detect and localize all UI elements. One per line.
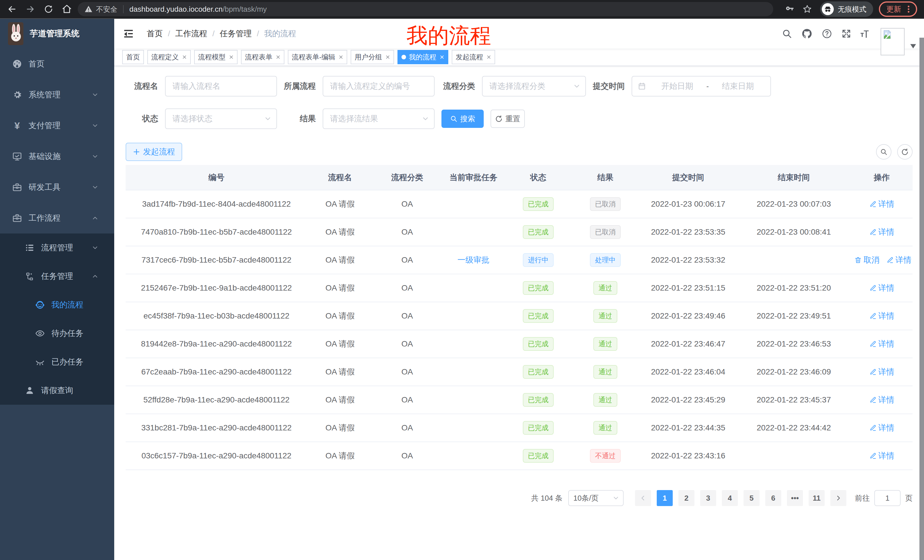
robot-icon [35,300,45,310]
detail-link[interactable]: 详情 [869,227,894,238]
browser-back-button[interactable] [7,4,17,14]
close-icon[interactable] [440,55,444,59]
filter-status-select[interactable]: 请选择状态 [165,108,277,129]
browser-menu-icon[interactable] [904,4,913,14]
tab-home[interactable]: 首页 [122,50,144,64]
browser-reload-button[interactable] [44,4,54,14]
filter-name-input[interactable]: 请输入流程名 [165,76,277,96]
sidebar-item-system[interactable]: 系统管理 [0,79,114,110]
active-dot [402,55,406,59]
detail-link[interactable]: 详情 [869,199,894,210]
sidebar-item-devtool[interactable]: 研发工具 [0,172,114,203]
password-key-icon[interactable] [784,4,794,14]
detail-link[interactable]: 详情 [869,422,894,433]
tab-process-def[interactable]: 流程定义 [147,50,191,64]
cancel-link[interactable]: 取消 [854,255,879,265]
page-button-5[interactable]: 5 [744,490,759,506]
logo[interactable]: 芋道管理系统 [0,19,114,48]
cell-id: 2152467e-7b9b-11ec-9a1b-acde48001122 [126,274,307,302]
tab-process-model[interactable]: 流程模型 [194,50,238,64]
detail-link[interactable]: 详情 [869,394,894,405]
browser-home-button[interactable] [62,4,72,14]
page-button-4[interactable]: 4 [722,490,738,506]
sidebar-item-infra[interactable]: 基础设施 [0,141,114,172]
page-button-1[interactable]: 1 [657,490,673,506]
browser-update-button[interactable]: 更新 [879,1,917,17]
close-icon[interactable] [386,55,390,59]
filter-date-range[interactable]: 开始日期 - 结束日期 [632,76,771,96]
goto-page-input[interactable]: 1 [874,490,901,506]
tab-my-process[interactable]: 我的流程 [398,50,448,64]
status-badge: 已完成 [523,197,554,211]
address-bar[interactable]: 不安全 dashboard.yudao.iocoder.cn/bpm/task/… [78,2,773,16]
cell-status: 已完成 [506,330,571,358]
help-icon[interactable] [822,28,832,39]
page-button-11[interactable]: 11 [808,490,825,506]
avatar[interactable] [880,28,904,55]
page-size-select[interactable]: 10条/页 [568,490,624,506]
detail-link[interactable]: 详情 [869,451,894,461]
close-icon[interactable] [276,55,280,59]
avatar-dropdown-icon[interactable] [910,44,916,48]
next-page-button[interactable] [830,490,846,506]
monitor-icon [12,151,22,162]
fullscreen-icon[interactable] [841,28,852,39]
tab-user-group[interactable]: 用户分组 [351,50,394,64]
sidebar-item-payment[interactable]: ¥支付管理 [0,110,114,141]
close-icon[interactable] [339,55,343,59]
tab-start-process[interactable]: 发起流程 [452,50,495,64]
not-secure-icon[interactable] [84,5,93,13]
task-link[interactable]: 一级审批 [458,255,489,265]
sidebar-item-task-manage[interactable]: 任务管理 [0,262,114,290]
close-icon[interactable] [182,55,187,59]
detail-link[interactable]: 详情 [869,310,894,321]
breadcrumb-item[interactable]: 首页 [147,28,163,39]
detail-link[interactable]: 详情 [869,283,894,293]
close-icon[interactable] [486,55,491,59]
create-process-button[interactable]: 发起流程 [126,143,182,161]
detail-link[interactable]: 详情 [869,367,894,377]
refresh-table-button[interactable] [897,144,913,160]
sidebar-item-home[interactable]: 首页 [0,48,114,79]
breadcrumb-item[interactable]: 工作流程 [176,28,207,39]
breadcrumb: 首页/工作流程/任务管理/我的流程 [147,28,296,39]
column-header: 流程名 [307,165,373,190]
search-button[interactable]: 搜索 [441,109,484,128]
sidebar-item-leave-query[interactable]: 请假查询 [0,376,114,405]
table-row: 819442e8-7b9a-11ec-a290-acde48001122 OA … [126,330,913,358]
tab-process-form-edit[interactable]: 流程表单-编辑 [288,50,347,64]
window-scrollbar[interactable] [920,38,924,560]
table-header-row: 编号流程名流程分类当前审批任务状态结果提交时间结束时间操作 [126,165,913,190]
filter-category-select[interactable]: 请选择流程分类 [482,76,586,96]
browser-forward-button[interactable] [25,4,35,14]
close-icon[interactable] [229,55,234,59]
filter-def-input[interactable]: 请输入流程定义的编号 [322,76,435,96]
sidebar-item-process-manage[interactable]: 流程管理 [0,234,114,262]
reset-button[interactable]: 重置 [490,109,525,128]
sidebar-toggle-button[interactable] [123,28,134,39]
detail-link[interactable]: 详情 [869,338,894,349]
breadcrumb-item[interactable]: 任务管理 [220,28,252,39]
filter-result-select[interactable]: 请选择流结果 [322,108,435,129]
status-badge: 已完成 [523,421,554,435]
sidebar-item-todo-task[interactable]: 待办任务 [0,319,114,347]
date-end-input[interactable]: 结束日期 [711,81,765,91]
header-search-icon[interactable] [782,28,792,39]
date-start-input[interactable]: 开始日期 [651,81,704,91]
page-ellipsis[interactable]: ••• [787,490,803,506]
font-size-icon[interactable] [860,28,870,39]
tab-process-form[interactable]: 流程表单 [241,50,284,64]
sidebar-item-workflow[interactable]: 工作流程 [0,203,114,234]
github-icon[interactable] [802,28,812,39]
bookmark-star-icon[interactable] [802,4,812,14]
sidebar-item-done-task[interactable]: 已办任务 [0,347,114,376]
sidebar-item-my-process[interactable]: 我的流程 [0,290,114,319]
cell-end-time: 2022-01-23 00:07:03 [736,190,851,218]
status-badge: 已完成 [523,337,554,351]
detail-link[interactable]: 详情 [886,255,911,265]
page-button-2[interactable]: 2 [678,490,694,506]
page-button-3[interactable]: 3 [700,490,716,506]
page-button-6[interactable]: 6 [765,490,781,506]
show-search-button[interactable] [876,144,891,160]
prev-page-button[interactable] [635,490,651,506]
